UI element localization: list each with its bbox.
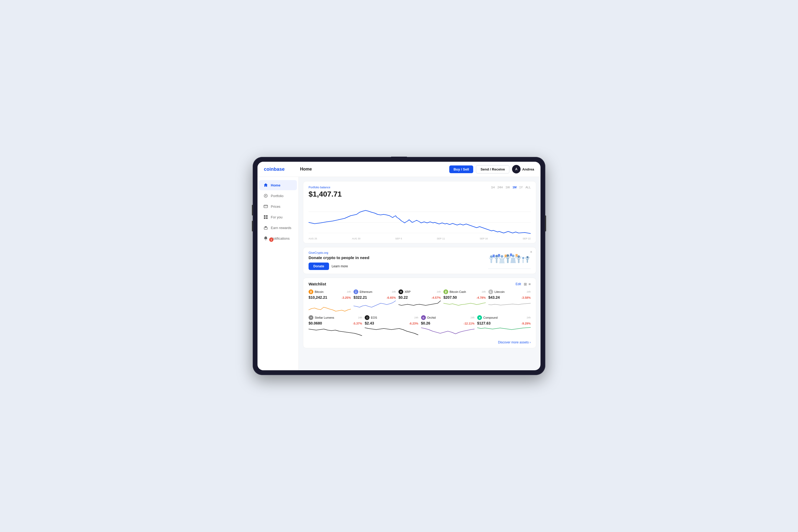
avatar[interactable]: A — [512, 165, 520, 173]
xlm-change: -5.37% — [353, 322, 362, 325]
prices-icon — [263, 204, 268, 209]
header-actions: Buy / Sell Send / Receive A Andrea — [449, 165, 534, 173]
donate-actions: Donate Learn more — [308, 263, 484, 270]
grid-view-icon[interactable]: ⊞ — [524, 282, 527, 286]
oxt-chart — [421, 326, 475, 338]
chart-label-sep11: SEP 11 — [437, 237, 445, 240]
page-title: Home — [300, 167, 445, 172]
filter-1m[interactable]: 1M — [513, 186, 517, 189]
svg-point-34 — [522, 257, 524, 259]
ethereum-change: -6.65% — [386, 296, 396, 299]
sidebar-item-prices[interactable]: Prices — [259, 201, 297, 211]
svg-point-16 — [495, 255, 498, 258]
crypto-item-bch[interactable]: ₿ Bitcoin Cash 24h $207.50 -4.78% — [443, 289, 486, 312]
filter-1y[interactable]: 1Y — [519, 186, 523, 189]
sidebar-item-for-you-label: For you — [271, 215, 283, 219]
filter-1h[interactable]: 1H — [491, 186, 495, 189]
svg-line-21 — [499, 257, 500, 259]
discover-more-label: Discover more assets — [498, 341, 529, 344]
svg-rect-44 — [515, 254, 518, 257]
svg-rect-41 — [498, 254, 500, 257]
time-filters: 1H 24H 1W 1M 1Y ALL — [491, 186, 531, 189]
svg-rect-40 — [493, 254, 495, 257]
stellar-icon: ✦ — [308, 315, 314, 320]
filter-24h[interactable]: 24H — [497, 186, 503, 189]
main-layout: Home Portfolio Prices — [258, 177, 540, 370]
oxt-period: 24h — [471, 316, 475, 319]
xrp-price: $0.22 — [398, 295, 408, 300]
svg-point-30 — [517, 255, 520, 258]
sidebar-item-earn-rewards-label: Earn rewards — [271, 226, 291, 230]
discover-more-link[interactable]: Discover more assets › — [308, 341, 531, 344]
donate-button[interactable]: Donate — [308, 263, 329, 270]
chart-label-sep22: SEP 22 — [523, 237, 531, 240]
ltc-change: -3.58% — [521, 296, 531, 299]
chart-label-sep16: SEP 16 — [480, 237, 488, 240]
sidebar-item-portfolio-label: Portfolio — [271, 194, 284, 198]
sidebar-item-home[interactable]: Home — [259, 180, 297, 190]
bitcoin-icon: ₿ — [308, 289, 314, 294]
crypto-item-xlm[interactable]: ✦ Stellar Lumens 24h $0.0680 -5.37% — [308, 315, 362, 338]
svg-point-12 — [490, 255, 493, 258]
xrp-icon: ✕ — [398, 289, 403, 294]
donate-org: GiveCrypto.org — [308, 251, 484, 254]
comp-price: $127.63 — [477, 321, 491, 325]
svg-rect-31 — [518, 258, 519, 263]
header: coinbase Home Buy / Sell Send / Receive … — [258, 162, 540, 177]
filter-all[interactable]: ALL — [525, 186, 531, 189]
ethereum-name: Ethereum — [360, 290, 373, 293]
svg-rect-37 — [527, 259, 528, 263]
crypto-item-btc[interactable]: ₿ Bitcoin 24h $10,242.21 -3.25% — [308, 289, 351, 312]
svg-line-18 — [494, 257, 496, 259]
svg-rect-6 — [264, 217, 265, 219]
list-view-icon[interactable]: ≡ — [529, 282, 531, 286]
close-icon[interactable]: × — [530, 250, 532, 254]
notification-badge: 1 — [269, 238, 273, 242]
bitcoin-change: -3.25% — [342, 296, 351, 299]
svg-rect-43 — [510, 253, 512, 256]
sidebar-item-earn-rewards[interactable]: Earn rewards — [259, 223, 297, 233]
svg-line-28 — [510, 256, 512, 259]
crypto-item-xrp[interactable]: ✕ XRP 24h $0.22 -4.57% — [398, 289, 441, 312]
learn-more-button[interactable]: Learn more — [332, 263, 348, 270]
power-button — [545, 215, 546, 231]
compound-name: Compound — [483, 316, 498, 319]
bitcoin-name: Bitcoin — [315, 290, 323, 293]
crypto-item-eos[interactable]: ⬡ EOS 24h $2.43 -6.23% — [365, 315, 418, 338]
send-receive-button[interactable]: Send / Receive — [476, 165, 509, 173]
ethereum-icon: Ξ — [354, 289, 358, 294]
crypto-item-comp[interactable]: ◈ Compound 24h $127.63 -9.29% — [477, 315, 531, 338]
tablet-notch — [391, 157, 407, 158]
sidebar-item-notifications[interactable]: 1 Notifications — [259, 233, 297, 243]
svg-rect-8 — [264, 227, 267, 229]
bch-period: 24h — [482, 290, 486, 293]
sidebar-item-for-you[interactable]: For you — [259, 212, 297, 222]
sidebar-item-prices-label: Prices — [271, 205, 280, 209]
svg-rect-17 — [496, 258, 497, 263]
portfolio-icon — [263, 193, 268, 198]
crypto-item-ltc[interactable]: Ł Litecoin 24h $43.24 -3.58% — [488, 289, 531, 312]
crypto-item-eth[interactable]: Ξ Ethereum 24h $322.21 -6.65% — [354, 289, 396, 312]
svg-line-38 — [525, 258, 527, 260]
notifications-icon: 1 — [263, 236, 268, 241]
buy-sell-button[interactable]: Buy / Sell — [449, 166, 474, 173]
chart-label-aug25: AUG 25 — [308, 237, 317, 240]
stellar-name: Stellar Lumens — [315, 316, 334, 319]
crypto-item-oxt[interactable]: ◎ Orchid 24h $0.26 -12.11% — [421, 315, 475, 338]
chart-labels: AUG 25 AUG 30 SEP 5 SEP 11 SEP 16 SEP 22 — [308, 237, 531, 240]
xrp-change: -4.57% — [432, 296, 441, 299]
ethereum-price: $322.21 — [354, 295, 367, 300]
user-name-label: Andrea — [522, 167, 534, 171]
ethereum-period: 24h — [392, 290, 396, 293]
comp-chart — [477, 326, 531, 338]
xrp-period: 24h — [437, 290, 441, 293]
svg-point-36 — [527, 256, 529, 258]
crypto-row-2: ✦ Stellar Lumens 24h $0.0680 -5.37% — [308, 315, 531, 338]
sidebar-item-portfolio[interactable]: Portfolio — [259, 191, 297, 201]
tablet-frame: coinbase Home Buy / Sell Send / Receive … — [253, 157, 545, 375]
bitcoin-cash-name: Bitcoin Cash — [450, 290, 466, 293]
bch-chart — [443, 301, 486, 312]
filter-1w[interactable]: 1W — [506, 186, 510, 189]
watchlist-edit-button[interactable]: Edit — [515, 282, 521, 286]
home-icon — [263, 183, 268, 188]
